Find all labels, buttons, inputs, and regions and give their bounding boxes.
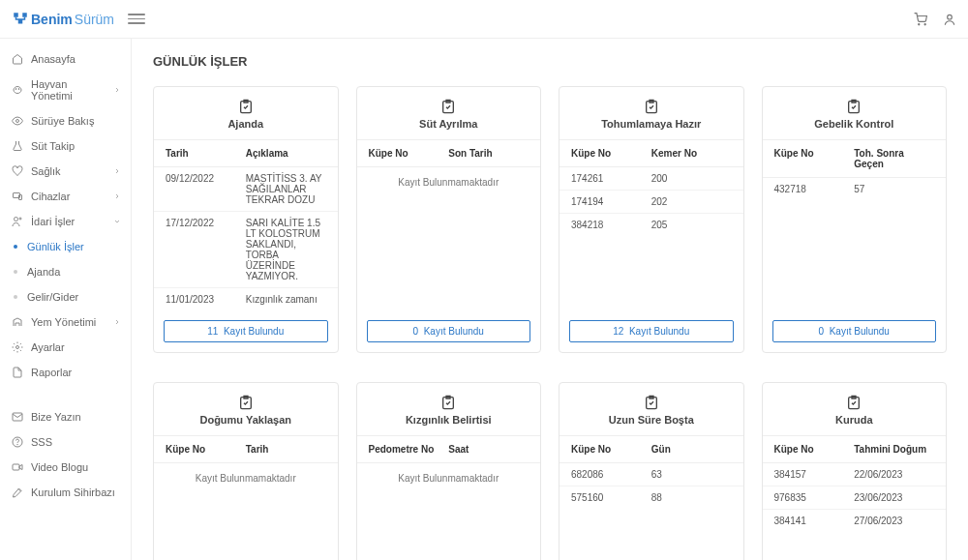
- col-header: Tahmini Doğum: [854, 444, 934, 455]
- svg-point-4: [924, 23, 925, 24]
- card: Uzun Süre BoştaKüpe NoGün682086635751608…: [559, 382, 744, 560]
- table-row: 174194202: [560, 191, 743, 214]
- col-header: Tarih: [166, 148, 246, 159]
- card-title: Doğumu Yaklaşan: [164, 414, 328, 426]
- svg-point-6: [15, 89, 16, 90]
- cell: 432718: [774, 184, 855, 194]
- cell: 22/06/2023: [854, 469, 934, 480]
- header-right: [914, 13, 956, 26]
- card-table-header: TarihAçıklama: [154, 140, 338, 167]
- admin-icon: [12, 216, 23, 227]
- count-button[interactable]: 0 Kayıt Bulundu: [772, 320, 937, 342]
- table-row: 57516088: [560, 486, 743, 509]
- sidebar-sub-label: Ajanda: [27, 266, 121, 278]
- card-body: Küpe NoKemer No1742612001741942023842182…: [560, 140, 743, 310]
- cards-row-2: Doğumu YaklaşanKüpe NoTarihKayıt Bulunma…: [153, 382, 947, 560]
- sidebar-item[interactable]: İdari İşler: [0, 209, 131, 234]
- header-left: BenimSürüm: [12, 11, 145, 28]
- col-header: Tarih: [246, 444, 326, 455]
- chevron-down-icon: [113, 218, 121, 225]
- sidebar-label: Hayvan Yönetimi: [31, 78, 106, 102]
- sidebar-footer-item[interactable]: Video Blogu: [0, 455, 131, 480]
- cell: 174261: [571, 173, 651, 184]
- card-title: Tohumlamaya Hazır: [569, 118, 734, 130]
- devices-icon: [12, 191, 23, 202]
- chevron-right-icon: [113, 318, 121, 326]
- sidebar-sub-item[interactable]: Ajanda: [0, 259, 131, 284]
- sidebar-item[interactable]: Cihazlar: [0, 184, 131, 209]
- svg-point-5: [948, 15, 953, 19]
- chevron-right-icon: [113, 192, 121, 200]
- card-body: Küpe NoSon TarihKayıt Bulunmamaktadır: [357, 140, 541, 310]
- col-header: Son Tarih: [448, 148, 529, 159]
- card-title: Uzun Süre Boşta: [569, 414, 734, 426]
- sidebar-sub-item[interactable]: Günlük İşler: [0, 234, 131, 259]
- card-header: Tohumlamaya Hazır: [560, 87, 743, 140]
- chevron-right-icon: [113, 167, 121, 175]
- question-icon: [12, 436, 23, 448]
- table-row: 97683523/06/2023: [763, 486, 947, 510]
- flask-icon: [12, 140, 23, 152]
- card-table-header: Pedometre NoSaat: [357, 436, 541, 463]
- count-button[interactable]: 12 Kayıt Bulundu: [569, 320, 734, 342]
- task-icon: [846, 99, 862, 114]
- sidebar-footer-item[interactable]: Kurulum Sihirbazı: [0, 480, 131, 505]
- table-row: 68208663: [560, 463, 743, 486]
- cell: MASTİTİSS 3. AY SAĞILANLAR TEKRAR DOZU: [246, 173, 326, 205]
- col-header: Açıklama: [246, 148, 326, 159]
- sidebar-item[interactable]: Anasayfa: [0, 46, 131, 72]
- count-button[interactable]: 0 Kayıt Bulundu: [367, 320, 531, 342]
- wizard-icon: [12, 486, 23, 498]
- logo[interactable]: BenimSürüm: [12, 11, 114, 28]
- card-header: Ajanda: [154, 87, 338, 140]
- cell: 575160: [571, 492, 651, 503]
- table-row: 174261200: [560, 167, 743, 191]
- count-button[interactable]: 11 Kayıt Bulundu: [164, 320, 328, 342]
- col-header: Toh. Sonra Geçen: [854, 148, 934, 169]
- sidebar: AnasayfaHayvan YönetimiSürüye BakışSüt T…: [0, 39, 132, 560]
- sidebar-item[interactable]: Raporlar: [0, 360, 131, 385]
- menu-toggle[interactable]: [128, 11, 145, 28]
- sidebar-footer-item[interactable]: Bize Yazın: [0, 404, 131, 429]
- card-body: Küpe NoTarihKayıt Bulunmamaktadır: [154, 436, 338, 560]
- sidebar-label: Bize Yazın: [31, 411, 121, 423]
- card-title: Süt Ayrılma: [367, 118, 531, 130]
- no-records: Kayıt Bulunmamaktadır: [357, 167, 541, 197]
- sidebar-sub-item[interactable]: Gelir/Gider: [0, 284, 131, 309]
- cart-icon[interactable]: [914, 13, 927, 26]
- sidebar-item[interactable]: Ayarlar: [0, 335, 131, 360]
- task-icon: [644, 395, 659, 410]
- card: KurudaKüpe NoTahmini Doğum38415722/06/20…: [762, 382, 948, 560]
- col-header: Küpe No: [774, 444, 855, 455]
- sidebar-item[interactable]: Sürüye Bakış: [0, 108, 131, 133]
- card: Kızgınlık BelirtisiPedometre NoSaatKayıt…: [356, 382, 542, 560]
- sidebar-label: Sağlık: [31, 165, 106, 177]
- video-icon: [12, 461, 23, 473]
- sidebar-footer-item[interactable]: SSS: [0, 429, 131, 455]
- layout: AnasayfaHayvan YönetimiSürüye BakışSüt T…: [0, 39, 968, 560]
- svg-point-7: [18, 89, 19, 90]
- svg-point-11: [15, 218, 18, 221]
- sidebar-item[interactable]: Süt Takip: [0, 133, 131, 159]
- card-header: Kızgınlık Belirtisi: [357, 383, 541, 436]
- cell: 174194: [571, 196, 651, 207]
- col-header: Küpe No: [369, 148, 449, 159]
- cell: 202: [651, 196, 732, 207]
- cell: 976835: [774, 492, 855, 503]
- sidebar-item[interactable]: Sağlık: [0, 159, 131, 184]
- card-table-header: Küpe NoKemer No: [560, 140, 743, 167]
- cell: 09/12/2022: [166, 173, 246, 205]
- cell: 384141: [774, 516, 855, 526]
- card-table-header: Küpe NoTahmini Doğum: [763, 436, 947, 463]
- card-table-header: Küpe NoTarih: [154, 436, 338, 463]
- card-body: Küpe NoTahmini Doğum38415722/06/20239768…: [763, 436, 947, 560]
- card: Gebelik KontrolKüpe NoToh. Sonra Geçen43…: [762, 86, 948, 353]
- table-row: 09/12/2022MASTİTİSS 3. AY SAĞILANLAR TEK…: [154, 167, 338, 212]
- card-footer: 0 Kayıt Bulundu: [763, 310, 947, 352]
- heart-icon: [12, 165, 23, 177]
- cell: 63: [651, 469, 732, 480]
- sidebar-item[interactable]: Hayvan Yönetimi: [0, 72, 131, 108]
- user-icon[interactable]: [943, 13, 956, 26]
- card-body: TarihAçıklama09/12/2022MASTİTİSS 3. AY S…: [154, 140, 338, 310]
- sidebar-item[interactable]: Yem Yönetimi: [0, 309, 131, 335]
